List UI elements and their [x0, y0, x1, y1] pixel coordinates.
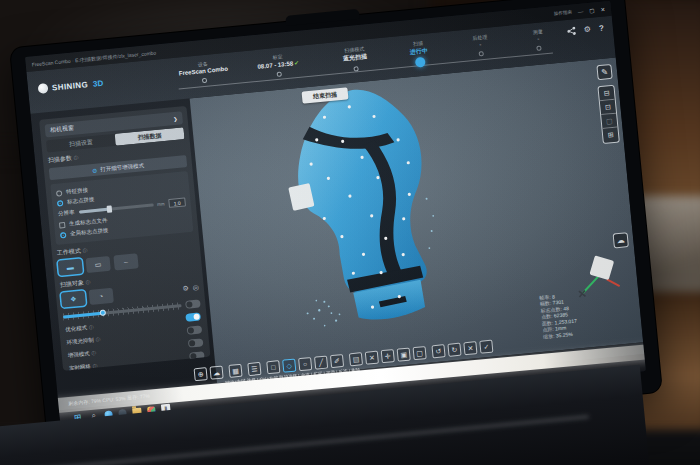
step-dot	[479, 51, 484, 56]
optimize-toggle[interactable]	[185, 312, 201, 321]
enhance-gear-icon: ⚙	[92, 166, 98, 173]
scan-stats: 帧率: 8 幅数: 7301 标志点数: 48 点数: 62385 面数: 1,…	[539, 291, 578, 340]
file-icon[interactable]: ▢	[413, 346, 427, 360]
laptop-screen: FreeScan Combo · E:/扫描数据/焊接件/zlx_laser_c…	[25, 1, 646, 428]
confirm-icon[interactable]: ✓	[479, 340, 493, 354]
maximize-button[interactable]: ▢	[589, 7, 595, 13]
quick-help-link[interactable]: 操作指南	[554, 9, 572, 16]
scan-object-option-1[interactable]: ❖	[61, 290, 86, 307]
cloud-export-button[interactable]: ☁	[613, 232, 629, 248]
brand-shining: SHINING	[52, 80, 89, 92]
add-marker-icon[interactable]: ⊕	[194, 367, 208, 381]
settings-gear-icon[interactable]: ⚙	[583, 25, 591, 35]
connect-icon[interactable]: ▤	[349, 352, 363, 366]
polygon-select-icon[interactable]: ◇	[282, 359, 296, 373]
radio-icon[interactable]	[56, 190, 63, 197]
scanned-model[interactable]	[252, 75, 474, 335]
alignment-panel: 特征拼接 标志点拼接 分辨率 mm 1.0 生成标志点文件	[50, 171, 193, 245]
radio-selected-icon[interactable]	[60, 231, 67, 238]
step-measure[interactable]: 测量 -	[503, 25, 575, 54]
shining3d-logo-icon	[38, 83, 49, 94]
radio-selected-icon[interactable]	[57, 200, 64, 207]
work-mode-option-1[interactable]: ▬	[58, 259, 83, 276]
device-switch-group: ⊟ ⊡ ▢ ⊞	[597, 85, 619, 144]
step-dot	[353, 66, 358, 71]
device-alt-button[interactable]: ⊞	[603, 128, 619, 143]
frame-view-icon[interactable]: ▦	[228, 364, 242, 378]
info-icon: ⓘ	[93, 363, 98, 368]
info-icon: ⓘ	[86, 280, 91, 285]
right-tool-rail: ✎ ⊟ ⊡ ▢ ⊞ ☁	[595, 64, 630, 249]
scanner-device-button[interactable]: ⊡	[600, 100, 616, 115]
step-dot-active	[414, 57, 425, 68]
cloud-icon[interactable]: ☁	[209, 366, 223, 380]
info-icon: ⓘ	[74, 155, 79, 160]
layers-icon[interactable]: ☰	[247, 362, 261, 376]
work-mode-option-3[interactable]: –	[113, 253, 138, 270]
tab-scan-data[interactable]: 扫描数据	[115, 127, 185, 146]
close-button[interactable]: ✕	[600, 6, 605, 12]
brand-logo: SHINING 3D	[38, 78, 104, 94]
cancel-icon[interactable]: ✕	[463, 341, 477, 355]
share-icon[interactable]	[567, 26, 577, 36]
undo-icon[interactable]: ↺	[431, 344, 445, 358]
step-dot	[277, 72, 282, 77]
checkbox-icon[interactable]	[59, 221, 66, 228]
orientation-gizmo[interactable]	[569, 252, 625, 303]
enhance-toggle[interactable]	[188, 338, 204, 347]
step-device[interactable]: 设备 FreeScan Combo	[168, 58, 240, 87]
step-dot	[537, 45, 542, 50]
photo-scene: FreeScan Combo · E:/扫描数据/焊接件/zlx_laser_c…	[0, 0, 700, 465]
ambient-toggle[interactable]	[187, 325, 203, 334]
resolution-slider[interactable]	[78, 203, 153, 213]
brand-3d: 3D	[93, 78, 104, 88]
info-icon: ⓘ	[96, 337, 101, 342]
resolution-value[interactable]: 1.0	[168, 197, 186, 208]
image-icon[interactable]: ▣	[397, 348, 411, 362]
mesh-toggle[interactable]	[189, 351, 205, 360]
check-icon: ✔	[294, 60, 300, 66]
help-icon[interactable]: ?	[599, 23, 605, 32]
lasso-select-icon[interactable]: ○	[298, 357, 312, 371]
tab-scan-settings[interactable]: 扫描设置	[46, 134, 116, 153]
info-icon: ⓘ	[83, 248, 88, 253]
device-disabled-button[interactable]: ▢	[601, 114, 617, 129]
target-icon[interactable]: ◎	[192, 283, 199, 292]
gear-icon[interactable]: ⚙	[182, 284, 189, 293]
scan-object-option-2[interactable]: ◔	[89, 288, 114, 305]
step-dot	[202, 78, 207, 83]
stylus-tool-button[interactable]: ✎	[596, 64, 612, 80]
info-icon: ⓘ	[89, 324, 94, 329]
chevron-right-icon[interactable]: ❯	[173, 115, 178, 121]
brightness-toggle[interactable]	[185, 299, 201, 308]
brush-select-icon[interactable]: ✐	[330, 354, 344, 368]
work-mode-option-2[interactable]: ▭	[86, 256, 111, 273]
redo-icon[interactable]: ↻	[447, 343, 461, 357]
rect-select-icon[interactable]: □	[266, 360, 280, 374]
delete-selection-icon[interactable]: ✕	[365, 351, 379, 365]
expand-selection-icon[interactable]: ✛	[381, 349, 395, 363]
3d-viewport[interactable]: 帧率: 8 幅数: 7301 标志点数: 48 点数: 62385 面数: 1,…	[190, 57, 643, 383]
left-sidebar: 相机视窗 ❯ 扫描设置 扫描数据 扫描参数ⓘ ⚙ 打开细节增强模式	[39, 106, 210, 371]
minimize-button[interactable]: —	[578, 8, 584, 14]
monitor-view-button[interactable]: ⊟	[598, 86, 614, 101]
line-select-icon[interactable]: ╱	[314, 355, 328, 369]
info-icon: ⓘ	[91, 350, 96, 355]
